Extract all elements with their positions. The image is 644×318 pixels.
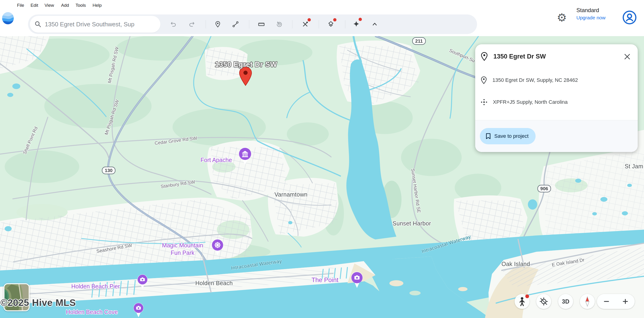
place-address: 1350 Egret Dr SW, Supply, NC 28462: [492, 77, 578, 83]
top-bar: File Edit View Add Tools Help 1350 Egret…: [0, 0, 644, 36]
poi-label-magic-mountain-1[interactable]: Magic Mountain: [162, 242, 203, 248]
my-location-button[interactable]: [536, 294, 551, 309]
place-card-footer: Save to project: [475, 120, 638, 152]
address-pin-icon: [481, 76, 487, 84]
mls-copyright-watermark: ©2025 Hive MLS: [0, 298, 76, 308]
3d-button-label: 3D: [562, 298, 570, 305]
search-input[interactable]: 1350 Egret Drive Southwest, Sup: [45, 21, 154, 28]
add-placemark-button[interactable]: [210, 14, 225, 34]
upgrade-now-link[interactable]: Upgrade now: [576, 15, 616, 20]
sparkle-button[interactable]: [349, 14, 364, 34]
close-icon[interactable]: [623, 53, 631, 60]
plus-code-row[interactable]: XPFR+J5 Supply, North Carolina: [481, 95, 568, 110]
bookmark-icon: [486, 133, 491, 140]
pin-watermark-label: 1350 Egret Dr SW: [215, 60, 277, 68]
zoom-control: [597, 294, 635, 309]
route-shield-211: 211: [412, 38, 426, 44]
plus-icon: [623, 299, 628, 304]
zoom-out-button[interactable]: [597, 294, 616, 309]
plus-code-text: XPFR+J5 Supply, North Carolina: [493, 99, 568, 105]
poi-label-holden-beach-pier[interactable]: Holden Beach Pier: [71, 283, 120, 290]
poi-label-the-point[interactable]: The Point: [312, 276, 338, 284]
settings-gear-icon[interactable]: ⚙: [557, 11, 567, 25]
my-location-off-icon: [539, 297, 548, 306]
town-label-oak-island: Oak Island: [502, 261, 530, 267]
3d-toggle-button[interactable]: 3D: [558, 294, 573, 309]
undo-icon: [171, 22, 176, 26]
town-label-st-james: St Jam: [625, 163, 643, 170]
compass-button[interactable]: [580, 294, 595, 309]
place-card: 1350 Egret Dr SW 1350 Egret Dr SW, Suppl…: [475, 44, 638, 152]
search-box[interactable]: 1350 Egret Drive Southwest, Sup: [30, 16, 160, 33]
place-pin-icon: [481, 52, 488, 61]
town-label-varnamtown: Varnamtown: [274, 191, 308, 198]
menu-file[interactable]: File: [17, 3, 24, 8]
zoom-in-button[interactable]: [616, 294, 635, 309]
measure-button[interactable]: [254, 14, 269, 34]
poi-label-fort-apache[interactable]: Fort Apache: [200, 157, 232, 163]
plus-code-icon: [481, 99, 487, 106]
toolbar-separator: [345, 20, 345, 28]
toolbar-separator: [206, 20, 206, 28]
poi-label-magic-mountain-2[interactable]: Fun Park: [171, 250, 194, 256]
drawing-tools-icon: [301, 20, 310, 28]
menu-add[interactable]: Add: [61, 3, 69, 8]
menu-tools[interactable]: Tools: [76, 3, 86, 8]
drawing-tools-button[interactable]: [298, 14, 313, 34]
toolbar-container: 1350 Egret Drive Southwest, Sup: [28, 14, 477, 34]
menu-help[interactable]: Help: [92, 3, 102, 8]
menu-edit[interactable]: Edit: [30, 3, 38, 8]
historical-imagery-button[interactable]: [272, 14, 287, 34]
shield-211-label: 211: [415, 38, 423, 44]
measure-icon: [257, 20, 266, 28]
toolbar-separator: [319, 20, 319, 28]
toolbar-separator: [292, 20, 292, 28]
pegman-button[interactable]: [514, 294, 530, 309]
map-style-button[interactable]: [324, 14, 338, 34]
place-title: 1350 Egret Dr SW: [494, 53, 546, 60]
plan-tier-label: Standard: [576, 7, 616, 14]
collapse-toolbar-button[interactable]: [367, 14, 382, 34]
route-shield-130: 130: [102, 167, 115, 174]
map-style-icon: [327, 20, 335, 28]
redo-button[interactable]: [184, 14, 199, 34]
save-to-project-button[interactable]: Save to project: [480, 128, 536, 144]
poi-label-holden-beach-cove[interactable]: Holden Beach Cove: [66, 309, 118, 315]
town-label-sunset-harbor: Sunset Harbor: [392, 220, 431, 226]
save-button-label: Save to project: [494, 133, 528, 139]
pegman-icon: [518, 296, 526, 306]
shield-906-label: 906: [540, 186, 548, 191]
toolbar-separator: [249, 20, 249, 28]
google-earth-logo-icon[interactable]: [2, 12, 14, 26]
place-card-header: 1350 Egret Dr SW: [481, 49, 546, 64]
search-icon: [34, 20, 42, 28]
draw-path-button[interactable]: [228, 14, 243, 34]
add-placemark-icon: [216, 22, 220, 27]
plan-info: Standard Upgrade now: [576, 7, 616, 20]
notification-dot: [358, 18, 362, 21]
shield-130-label: 130: [105, 168, 112, 173]
historical-imagery-icon: [275, 20, 284, 28]
draw-path-icon: [231, 20, 240, 28]
menu-view[interactable]: View: [44, 3, 54, 8]
account-avatar-icon[interactable]: [622, 10, 637, 26]
notification-dot: [308, 18, 311, 22]
place-address-row[interactable]: 1350 Egret Dr SW, Supply, NC 28462: [481, 73, 578, 88]
notification-dot: [333, 18, 336, 22]
redo-icon: [190, 22, 194, 26]
undo-button[interactable]: [166, 14, 181, 34]
notification-dot: [525, 294, 529, 298]
chevron-up-icon: [373, 23, 376, 25]
sparkle-icon: [354, 21, 359, 27]
route-shield-906: 906: [538, 185, 551, 192]
town-label-holden-beach: Holden Beach: [196, 280, 233, 286]
compass-icon: [582, 296, 592, 307]
